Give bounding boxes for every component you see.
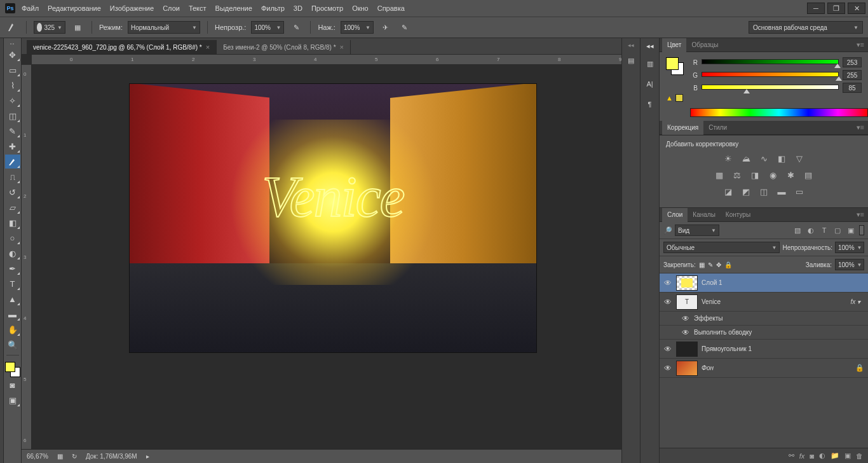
- panel-color-swatches[interactable]: [666, 57, 684, 75]
- folder-icon[interactable]: 📁: [831, 452, 839, 460]
- gradient-tool[interactable]: ◧: [5, 216, 20, 230]
- layer-opacity-dropdown[interactable]: 100%▼: [835, 242, 864, 253]
- current-tool-icon[interactable]: [5, 20, 19, 34]
- panel-menu-icon[interactable]: ▾≡: [853, 41, 868, 49]
- layer-filter-dropdown[interactable]: Вид▼: [675, 225, 719, 236]
- document-tab-1[interactable]: venice-2225423_960_720.jpg @ 66,7% (Слой…: [27, 40, 217, 54]
- move-tool[interactable]: ✥: [5, 48, 20, 62]
- fx-indicator[interactable]: fx ▾: [850, 298, 864, 305]
- layer-row[interactable]: 👁TVenicefx ▾: [660, 293, 868, 312]
- photo-filter-icon[interactable]: ◉: [766, 169, 779, 181]
- layer-row[interactable]: 👁Слой 1: [660, 273, 868, 293]
- zoom-tool[interactable]: 🔍: [5, 338, 20, 352]
- rectangle-tool[interactable]: ▬: [5, 307, 20, 321]
- brush-tool[interactable]: [5, 155, 20, 169]
- layer-row[interactable]: 👁Прямоугольник 1: [660, 340, 868, 359]
- visibility-toggle[interactable]: 👁: [677, 328, 694, 337]
- vibrance-icon[interactable]: ▽: [793, 153, 806, 164]
- threshold-icon[interactable]: ◫: [757, 186, 770, 197]
- rotate-icon[interactable]: ↻: [72, 453, 77, 460]
- g-value[interactable]: 255: [843, 70, 862, 80]
- color-spectrum[interactable]: [690, 108, 868, 117]
- menu-3d[interactable]: 3D: [294, 4, 302, 12]
- layer-row[interactable]: 👁Фон🔒: [660, 359, 868, 378]
- layer-fill-dropdown[interactable]: 100%▼: [835, 259, 864, 270]
- minimize-button[interactable]: ─: [807, 3, 825, 14]
- crop-tool[interactable]: ◫: [5, 109, 20, 123]
- exposure-icon[interactable]: ◧: [775, 153, 788, 164]
- lock-paint-icon[interactable]: ✎: [708, 261, 713, 268]
- r-slider[interactable]: [702, 59, 839, 66]
- tab-color[interactable]: Цвет: [662, 38, 686, 52]
- character-panel-icon[interactable]: A|: [643, 77, 657, 91]
- brush-preset-picker[interactable]: 325 ▼: [34, 21, 65, 34]
- link-layers-icon[interactable]: ⚯: [789, 452, 794, 460]
- layer-blend-dropdown[interactable]: Обычные▼: [663, 242, 780, 253]
- pen-tool[interactable]: ✒: [5, 261, 20, 275]
- balance-icon[interactable]: ⚖: [731, 169, 743, 181]
- blend-mode-dropdown[interactable]: Нормальный▼: [128, 21, 200, 34]
- pressure-size-icon[interactable]: ✎: [398, 20, 412, 34]
- hand-tool[interactable]: ✋: [5, 322, 20, 336]
- eraser-tool[interactable]: ▱: [5, 200, 20, 214]
- lock-pixels-icon[interactable]: ▦: [699, 261, 705, 268]
- filter-type-icon[interactable]: T: [819, 225, 829, 235]
- panel-menu-icon[interactable]: ▾≡: [853, 123, 868, 132]
- menu-layers[interactable]: Слои: [163, 4, 180, 12]
- filter-adjust-icon[interactable]: ◐: [806, 225, 816, 235]
- chevron-right-icon[interactable]: ▸: [146, 453, 149, 460]
- paragraph-panel-icon[interactable]: ¶: [643, 97, 657, 111]
- visibility-toggle[interactable]: 👁: [660, 279, 676, 287]
- blur-tool[interactable]: ○: [5, 231, 20, 245]
- panel-icon[interactable]: ▥: [643, 57, 657, 71]
- layer-effect-item[interactable]: 👁Эффекты: [660, 312, 868, 326]
- hue-icon[interactable]: ▦: [713, 169, 726, 181]
- b-value[interactable]: 85: [843, 83, 862, 93]
- view-icon[interactable]: ▦: [57, 453, 63, 460]
- tab-channels[interactable]: Каналы: [688, 208, 721, 222]
- menu-edit[interactable]: Редактирование: [48, 4, 101, 12]
- layer-mask-icon[interactable]: ◙: [810, 452, 814, 460]
- search-icon[interactable]: 🔎: [663, 226, 672, 235]
- close-button[interactable]: ✕: [848, 3, 865, 14]
- color-swatches[interactable]: [5, 362, 20, 377]
- path-select-tool[interactable]: ▲: [5, 292, 20, 306]
- posterize-icon[interactable]: ◩: [740, 186, 752, 197]
- layer-effect-item[interactable]: 👁Выполнить обводку: [660, 326, 868, 340]
- invert-icon[interactable]: ◪: [722, 186, 735, 197]
- b-slider[interactable]: [702, 85, 839, 91]
- pressure-opacity-icon[interactable]: ✎: [289, 20, 303, 34]
- levels-icon[interactable]: ⛰: [740, 153, 752, 164]
- document-tab-2[interactable]: Без имени-2 @ 50% (Слой 8, RGB/8) * ×: [217, 40, 351, 54]
- stamp-tool[interactable]: ⎍: [5, 170, 20, 184]
- quickmask-toggle[interactable]: ◙: [5, 378, 20, 392]
- layer-fx-icon[interactable]: fx: [799, 452, 805, 460]
- visibility-toggle[interactable]: 👁: [660, 364, 676, 373]
- brightness-icon[interactable]: ☀: [722, 153, 735, 164]
- lock-all-icon[interactable]: 🔒: [724, 261, 732, 268]
- close-icon[interactable]: ×: [340, 43, 344, 51]
- marquee-tool[interactable]: ▭: [5, 63, 20, 77]
- workspace-switcher[interactable]: Основная рабочая среда▼: [749, 21, 863, 34]
- screenmode-toggle[interactable]: ▣: [5, 393, 20, 407]
- channel-mixer-icon[interactable]: ✱: [784, 169, 797, 181]
- maximize-button[interactable]: ❐: [827, 3, 845, 14]
- opacity-dropdown[interactable]: 100%▼: [251, 21, 284, 34]
- visibility-toggle[interactable]: 👁: [660, 298, 676, 307]
- selective-icon[interactable]: ▬: [775, 186, 788, 197]
- tab-styles[interactable]: Стили: [703, 121, 732, 135]
- panel-menu-icon[interactable]: ▾≡: [853, 211, 868, 219]
- tab-swatches[interactable]: Образцы: [686, 38, 723, 52]
- airbrush-icon[interactable]: ✈: [379, 20, 393, 34]
- filter-shape-icon[interactable]: ▢: [832, 225, 843, 235]
- filter-smart-icon[interactable]: ▣: [846, 225, 856, 235]
- bw-icon[interactable]: ◨: [749, 169, 761, 181]
- curves-icon[interactable]: ∿: [757, 153, 770, 164]
- flow-dropdown[interactable]: 100%▼: [341, 21, 374, 34]
- adjustment-layer-icon[interactable]: ◐: [819, 452, 825, 460]
- r-value[interactable]: 253: [843, 57, 862, 67]
- filter-toggle[interactable]: [859, 225, 864, 235]
- gradient-map-icon[interactable]: ▭: [793, 186, 806, 197]
- type-tool[interactable]: T: [5, 277, 20, 291]
- gamut-warning-icon[interactable]: ▲: [666, 94, 673, 102]
